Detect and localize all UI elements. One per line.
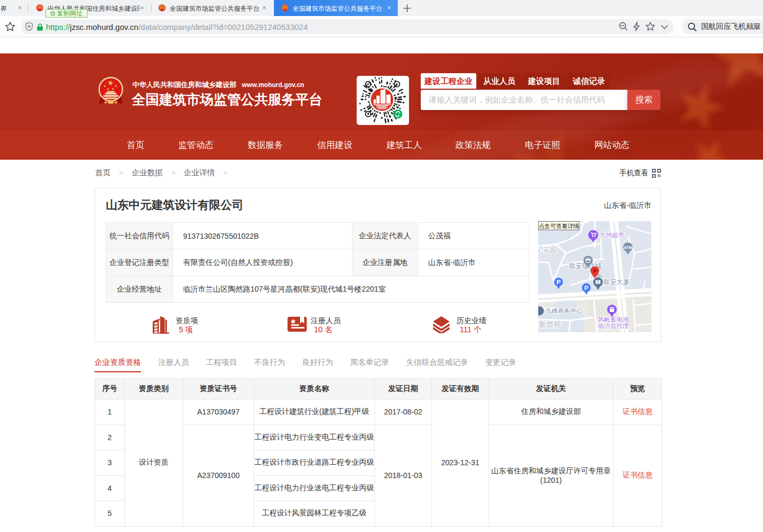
svg-text:九州超市: 九州超市 — [600, 232, 625, 238]
svg-text:P: P — [556, 279, 561, 285]
svg-text:新华苑: 新华苑 — [539, 320, 561, 328]
svg-text:记花园: 记花园 — [538, 246, 557, 254]
svg-text:ATM: ATM — [624, 245, 632, 250]
svg-text:风帆蓄电池: 风帆蓄电池 — [598, 316, 629, 323]
svg-text:P: P — [584, 285, 588, 291]
svg-text:九峰商务中心: 九峰商务中心 — [546, 308, 583, 314]
svg-text:临沂总代理: 临沂总代理 — [598, 323, 629, 329]
svg-text:联安大厦: 联安大厦 — [603, 278, 630, 286]
